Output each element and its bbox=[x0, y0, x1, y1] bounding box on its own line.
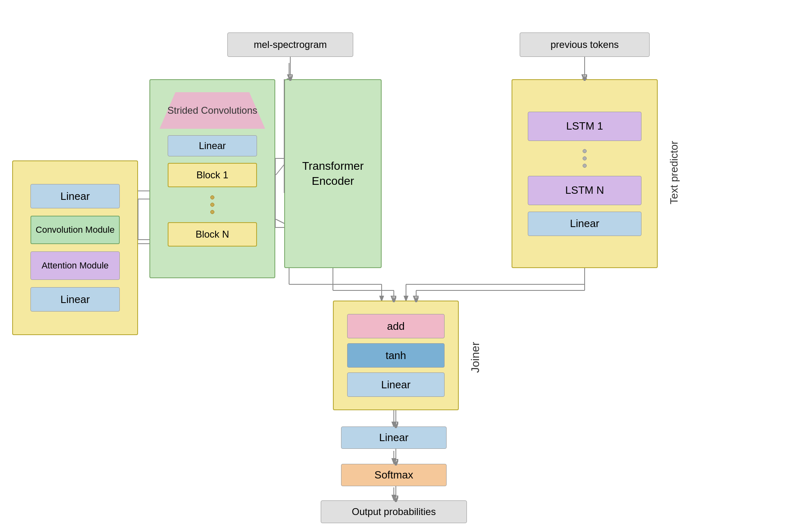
output-probs-label: Output probabilities bbox=[352, 506, 436, 517]
tanh-box: tanh bbox=[347, 343, 445, 368]
text-predictor-label: Text predictor bbox=[668, 110, 680, 236]
diagram-container: mel-spectrogram previous tokens Strided … bbox=[0, 0, 812, 526]
dot-gray2 bbox=[583, 156, 587, 160]
output-linear-label: Linear bbox=[379, 431, 408, 444]
previous-tokens-label: previous tokens bbox=[551, 39, 619, 50]
blockN-label: Block N bbox=[196, 229, 229, 240]
joiner-outer: add tanh Linear bbox=[333, 301, 459, 410]
text-pred-linear-label: Linear bbox=[570, 217, 599, 230]
softmax-box: Softmax bbox=[341, 464, 447, 486]
encoder-linear-box: Linear bbox=[168, 135, 257, 156]
left-linear2-label: Linear bbox=[60, 293, 90, 306]
mel-spectrogram-label: mel-spectrogram bbox=[254, 39, 327, 50]
block1-label: Block 1 bbox=[197, 169, 229, 181]
left-linear2-box: Linear bbox=[30, 287, 120, 312]
dot1 bbox=[210, 195, 214, 199]
lstm1-box: LSTM 1 bbox=[528, 112, 641, 141]
convolution-module-label: Convolution Module bbox=[36, 225, 114, 235]
attention-module-label: Attention Module bbox=[41, 260, 108, 271]
transformer-encoder-box: Transformer Encoder bbox=[284, 79, 382, 268]
left-linear-label: Linear bbox=[60, 190, 90, 203]
svg-line-4 bbox=[276, 219, 284, 223]
previous-tokens-box: previous tokens bbox=[520, 32, 650, 57]
lstmN-box: LSTM N bbox=[528, 176, 641, 205]
blockN-box: Block N bbox=[168, 222, 257, 247]
tanh-label: tanh bbox=[386, 349, 406, 362]
text-predictor-outer: LSTM 1 LSTM N Linear bbox=[512, 79, 658, 268]
encoder-outer-box: Strided Convolutions Linear Block 1 Bloc… bbox=[149, 79, 275, 278]
output-probs-box: Output probabilities bbox=[321, 500, 467, 523]
encoder-linear-label: Linear bbox=[199, 140, 226, 152]
text-pred-linear-box: Linear bbox=[528, 212, 641, 236]
lstmN-label: LSTM N bbox=[565, 184, 604, 197]
dot3 bbox=[210, 210, 214, 214]
lstm1-label: LSTM 1 bbox=[566, 120, 603, 132]
dot2 bbox=[210, 203, 214, 207]
softmax-label: Softmax bbox=[374, 469, 413, 481]
strided-convolutions-label: Strided Convolutions bbox=[167, 105, 257, 117]
attention-module-box: Attention Module bbox=[30, 251, 120, 280]
mel-spectrogram-box: mel-spectrogram bbox=[227, 32, 353, 57]
convolution-module-box: Convolution Module bbox=[30, 216, 120, 244]
dot-gray1 bbox=[583, 149, 587, 153]
dot-gray3 bbox=[583, 164, 587, 168]
block1-box: Block 1 bbox=[168, 163, 257, 187]
add-label: add bbox=[387, 320, 404, 333]
joiner-label: Joiner bbox=[469, 321, 482, 394]
left-linear-box: Linear bbox=[30, 184, 120, 208]
output-linear-box: Linear bbox=[341, 426, 447, 449]
conformer-block-outer: Linear Convolution Module Attention Modu… bbox=[12, 160, 138, 335]
joiner-linear-box: Linear bbox=[347, 372, 445, 397]
transformer-encoder-label: Transformer Encoder bbox=[285, 159, 381, 188]
svg-line-2 bbox=[276, 165, 284, 175]
joiner-linear-label: Linear bbox=[381, 379, 410, 391]
add-box: add bbox=[347, 314, 445, 338]
